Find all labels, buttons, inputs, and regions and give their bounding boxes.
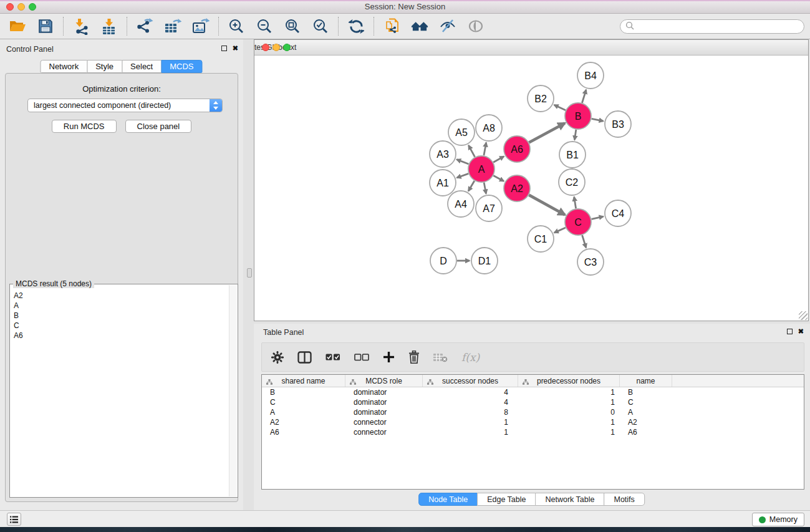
refresh-view-icon[interactable] <box>347 17 365 35</box>
edge-B-B2[interactable] <box>554 105 566 110</box>
split-view-icon[interactable] <box>297 351 312 364</box>
close-network-button[interactable] <box>262 44 269 51</box>
edge-A-A4[interactable] <box>468 181 475 191</box>
graph-node-A5[interactable]: A5 <box>448 119 475 145</box>
close-window-button[interactable] <box>6 3 14 11</box>
close-panel-icon[interactable]: ✖ <box>233 45 238 52</box>
zoom-selected-icon[interactable] <box>312 17 329 35</box>
export-network-icon[interactable] <box>136 17 153 35</box>
graph-node-A3[interactable]: A3 <box>430 141 456 167</box>
network-graph-canvas[interactable]: B4B2BB3A5A8A6A3B1AC2A1A2A4A7C4CC1C3DD1 <box>254 56 808 321</box>
edge-B-B4[interactable] <box>582 90 586 103</box>
search-input[interactable] <box>637 21 804 32</box>
graph-node-C[interactable]: C <box>565 209 591 235</box>
column-header-MCDS-role[interactable]: MCDS role <box>345 375 423 387</box>
edge-A-A7[interactable] <box>484 183 486 194</box>
edge-A-A1[interactable] <box>457 173 469 178</box>
add-column-icon[interactable] <box>383 351 395 363</box>
function-icon[interactable]: f(x) <box>461 351 480 364</box>
close-table-panel-icon[interactable]: ✖ <box>798 328 804 335</box>
table-row[interactable]: Cdominator41C <box>262 397 804 407</box>
select-all-icon[interactable] <box>325 354 340 361</box>
tab-motifs[interactable]: Motifs <box>604 493 644 506</box>
zoom-network-button[interactable] <box>283 44 291 51</box>
tab-network-table[interactable]: Network Table <box>536 493 605 506</box>
column-header-shared-name[interactable]: shared name <box>262 375 345 387</box>
tab-edge-table[interactable]: Edge Table <box>477 493 536 506</box>
graph-node-B4[interactable]: B4 <box>577 62 604 89</box>
edge-A-A3[interactable] <box>456 160 468 164</box>
edge-B-B3[interactable] <box>592 118 604 121</box>
import-table-icon[interactable] <box>100 17 118 35</box>
edge-A-A8[interactable] <box>484 143 486 156</box>
edge-A-A5[interactable] <box>468 145 475 157</box>
table-row[interactable]: Adominator80A <box>262 407 804 417</box>
edge-C-C4[interactable] <box>591 216 603 219</box>
graph-node-A7[interactable]: A7 <box>476 195 502 221</box>
table-row[interactable]: A6connector11A6 <box>262 427 804 437</box>
deselect-all-icon[interactable] <box>354 354 369 361</box>
edge-B-B1[interactable] <box>574 130 576 140</box>
tab-style[interactable]: Style <box>87 60 122 73</box>
zoom-fit-icon[interactable] <box>284 17 301 35</box>
minimize-window-button[interactable] <box>17 3 25 11</box>
zoom-window-button[interactable] <box>29 3 36 11</box>
open-file-icon[interactable] <box>9 17 26 35</box>
table-row[interactable]: Bdominator41B <box>262 387 804 397</box>
delete-table-icon[interactable] <box>433 352 448 362</box>
run-mcds-button[interactable]: Run MCDS <box>52 120 117 133</box>
task-history-button[interactable] <box>7 513 21 526</box>
export-image-icon[interactable] <box>192 17 210 35</box>
save-session-icon[interactable] <box>37 17 54 35</box>
edge-C-C2[interactable] <box>574 197 576 209</box>
graph-node-A[interactable]: A <box>468 156 494 182</box>
show-display-icon[interactable] <box>467 17 485 35</box>
hide-display-icon[interactable] <box>439 17 456 35</box>
tab-mcds[interactable]: MCDS <box>161 60 202 73</box>
graph-node-A6[interactable]: A6 <box>504 136 530 162</box>
graph-node-D[interactable]: D <box>430 248 456 274</box>
table-row[interactable]: A2connector11A2 <box>262 417 804 427</box>
graph-node-B[interactable]: B <box>565 103 591 129</box>
export-table-icon[interactable] <box>164 17 181 35</box>
tab-select[interactable]: Select <box>122 60 162 73</box>
result-item[interactable]: C <box>14 321 228 331</box>
float-table-panel-icon[interactable] <box>787 329 793 334</box>
graph-node-C2[interactable]: C2 <box>559 169 585 195</box>
result-item[interactable]: A <box>14 301 228 311</box>
graph-node-B3[interactable]: B3 <box>605 111 631 137</box>
minimize-network-button[interactable] <box>272 44 280 51</box>
zoom-out-icon[interactable] <box>256 17 273 35</box>
splitter-grip[interactable] <box>247 268 252 278</box>
edge-C-C3[interactable] <box>582 235 586 248</box>
edge-C-C1[interactable] <box>554 228 566 233</box>
delete-column-icon[interactable] <box>408 351 420 364</box>
network-window-titlebar[interactable]: testGlobe.txt <box>254 40 808 56</box>
edge-A6-B[interactable] <box>529 123 565 142</box>
settings-icon[interactable] <box>271 351 284 364</box>
float-panel-icon[interactable] <box>221 46 227 51</box>
graph-node-A1[interactable]: A1 <box>430 170 456 196</box>
zoom-in-icon[interactable] <box>228 17 245 35</box>
resize-grip-icon[interactable] <box>799 311 808 320</box>
graph-node-A8[interactable]: A8 <box>476 115 502 141</box>
column-header-predecessor-nodes[interactable]: predecessor nodes <box>518 375 620 387</box>
clone-network-icon[interactable] <box>383 17 400 35</box>
column-header-successor-nodes[interactable]: successor nodes <box>423 375 518 387</box>
result-item[interactable]: B <box>14 311 228 321</box>
result-scrollbar[interactable] <box>229 285 237 496</box>
criterion-dropdown[interactable]: largest connected component (directed) <box>27 99 223 112</box>
close-panel-button[interactable]: Close panel <box>125 120 192 133</box>
graph-node-A2[interactable]: A2 <box>504 175 530 201</box>
graph-node-C4[interactable]: C4 <box>605 200 631 226</box>
result-item[interactable]: A2 <box>14 291 228 301</box>
graph-node-A4[interactable]: A4 <box>448 191 474 217</box>
column-header-name[interactable]: name <box>620 375 672 387</box>
tab-network[interactable]: Network <box>40 60 87 73</box>
graph-node-C1[interactable]: C1 <box>528 226 554 252</box>
memory-button[interactable]: Memory <box>752 513 804 526</box>
edge-A2-C[interactable] <box>529 195 565 215</box>
import-network-icon[interactable] <box>72 17 90 35</box>
edge-A-A2[interactable] <box>493 176 504 181</box>
graph-node-B1[interactable]: B1 <box>559 142 586 168</box>
